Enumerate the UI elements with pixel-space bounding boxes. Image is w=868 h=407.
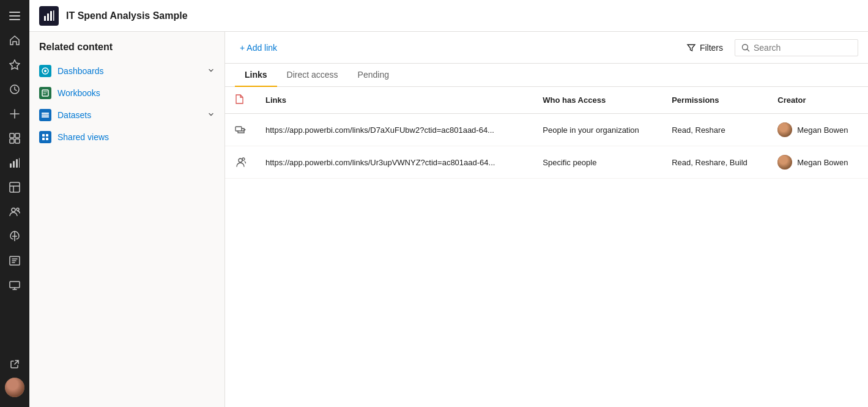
app-logo xyxy=(39,6,59,26)
table-row: https://app.powerbi.com/links/Ur3upVWNYZ… xyxy=(225,146,868,179)
svg-rect-27 xyxy=(42,134,45,136)
svg-rect-29 xyxy=(42,138,45,140)
sidebar-item-workbooks-label: Workbooks xyxy=(57,88,215,98)
svg-point-13 xyxy=(12,208,15,212)
row1-creator: Megan Bowen xyxy=(768,114,868,146)
search-icon xyxy=(741,43,750,52)
svg-point-33 xyxy=(239,159,242,162)
dashboard-icon xyxy=(39,65,51,77)
svg-rect-0 xyxy=(9,12,20,13)
svg-rect-4 xyxy=(10,133,14,138)
svg-rect-12 xyxy=(10,182,20,192)
link-shared-icon xyxy=(235,124,246,135)
creator-name-2: Megan Bowen xyxy=(797,158,848,167)
svg-rect-18 xyxy=(47,13,49,21)
people-icon[interactable] xyxy=(4,201,26,223)
chevron-down-icon-datasets xyxy=(207,111,215,120)
sidebar-item-dashboards-label: Dashboards xyxy=(57,66,201,76)
sidebar: Related content Dashboards xyxy=(29,32,225,407)
hub-icon[interactable] xyxy=(4,176,26,198)
nav-bar xyxy=(0,0,29,407)
add-link-button[interactable]: + Add link xyxy=(235,39,282,56)
row2-creator: Megan Bowen xyxy=(768,146,868,179)
svg-rect-25 xyxy=(42,114,49,116)
recent-icon[interactable] xyxy=(4,78,26,100)
links-table: Links Who has Access Permissions Creator xyxy=(225,87,868,179)
user-avatar[interactable] xyxy=(5,378,24,397)
svg-rect-2 xyxy=(9,19,20,20)
content-area: Related content Dashboards xyxy=(29,32,868,407)
svg-rect-23 xyxy=(42,90,48,96)
col-header-creator: Creator xyxy=(768,87,868,114)
svg-rect-32 xyxy=(236,127,242,131)
row1-permissions: Read, Reshare xyxy=(662,114,768,146)
sidebar-item-datasets[interactable]: Datasets xyxy=(29,104,224,126)
row2-link-url[interactable]: https://app.powerbi.com/links/Ur3upVWNYZ… xyxy=(256,146,533,179)
apps-icon[interactable] xyxy=(4,127,26,149)
row2-icon-cell xyxy=(225,146,256,179)
row1-link-url[interactable]: https://app.powerbi.com/links/D7aXuFUbw2… xyxy=(256,114,533,146)
table-area: Links Who has Access Permissions Creator xyxy=(225,87,868,407)
search-input[interactable] xyxy=(754,43,851,53)
row2-who-has-access: Specific people xyxy=(533,146,662,179)
svg-rect-20 xyxy=(53,10,54,21)
metrics-icon[interactable] xyxy=(4,152,26,174)
svg-rect-24 xyxy=(42,113,49,114)
svg-rect-28 xyxy=(46,134,48,136)
svg-rect-5 xyxy=(15,133,20,138)
svg-point-22 xyxy=(44,70,46,72)
svg-rect-8 xyxy=(10,163,12,168)
svg-rect-16 xyxy=(10,282,20,288)
sidebar-item-sharedviews-label: Shared views xyxy=(57,132,215,142)
col-header-icon xyxy=(225,87,256,114)
home-icon[interactable] xyxy=(4,29,26,51)
learn-icon[interactable] xyxy=(4,250,26,272)
sharedview-icon xyxy=(39,131,51,143)
link-specific-icon xyxy=(235,157,246,168)
svg-rect-7 xyxy=(15,139,20,143)
filters-button[interactable]: Filters xyxy=(680,39,730,57)
tab-direct-access[interactable]: Direct access xyxy=(277,64,348,87)
svg-rect-30 xyxy=(46,138,48,140)
svg-rect-9 xyxy=(13,161,15,168)
svg-rect-6 xyxy=(10,139,14,143)
col-header-permissions: Permissions xyxy=(662,87,768,114)
table-row: https://app.powerbi.com/links/D7aXuFUbw2… xyxy=(225,114,868,146)
creator-name-1: Megan Bowen xyxy=(797,125,848,135)
svg-rect-19 xyxy=(50,11,52,21)
row1-who-has-access: People in your organization xyxy=(533,114,662,146)
external-link-icon[interactable] xyxy=(4,353,26,375)
tab-links[interactable]: Links xyxy=(235,64,277,87)
dataset-icon xyxy=(39,109,51,121)
hamburger-menu-icon[interactable] xyxy=(4,5,26,27)
create-icon[interactable] xyxy=(4,103,26,125)
sidebar-item-dashboards[interactable]: Dashboards xyxy=(29,60,224,82)
chevron-down-icon xyxy=(207,67,215,76)
screens-icon[interactable] xyxy=(4,274,26,296)
col-header-links: Links xyxy=(256,87,533,114)
search-box xyxy=(735,39,858,56)
sidebar-item-workbooks[interactable]: Workbooks xyxy=(29,82,224,104)
sidebar-item-datasets-label: Datasets xyxy=(57,110,201,120)
creator-avatar-megan2 xyxy=(777,155,792,170)
sidebar-item-sharedviews[interactable]: Shared views xyxy=(29,126,224,148)
right-panel: + Add link Filters Li xyxy=(225,32,868,407)
deploy-icon[interactable] xyxy=(4,225,26,247)
row1-icon-cell xyxy=(225,114,256,146)
workbook-icon xyxy=(39,87,51,99)
svg-point-14 xyxy=(17,208,19,211)
page-title: IT Spend Analysis Sample xyxy=(66,10,188,21)
app-header: IT Spend Analysis Sample xyxy=(29,0,868,32)
file-icon xyxy=(235,94,243,104)
svg-rect-10 xyxy=(16,159,18,168)
toolbar: + Add link Filters xyxy=(225,32,868,64)
svg-rect-26 xyxy=(42,116,49,118)
favorites-icon[interactable] xyxy=(4,54,26,76)
filters-label: Filters xyxy=(700,43,723,53)
col-header-who-has-access: Who has Access xyxy=(533,87,662,114)
filter-icon xyxy=(686,43,696,53)
creator-avatar-megan1 xyxy=(777,122,792,137)
svg-rect-11 xyxy=(19,158,20,168)
tab-pending[interactable]: Pending xyxy=(348,64,399,87)
sidebar-title: Related content xyxy=(29,42,224,60)
